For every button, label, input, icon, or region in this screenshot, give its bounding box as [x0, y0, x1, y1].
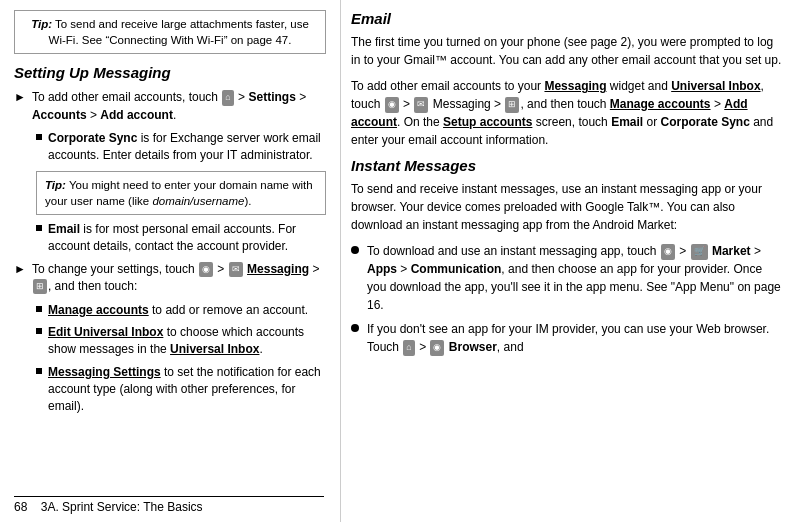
universal-inbox-label: Universal Inbox — [170, 342, 259, 356]
corporate-sync-label: Corporate Sync — [48, 131, 137, 145]
home-icon-1: ⌂ — [222, 90, 233, 105]
email-para1: The first time you turned on your phone … — [351, 33, 784, 69]
square-bullet-4 — [36, 328, 42, 334]
circle-bullet-1: To download and use an instant messaging… — [351, 242, 784, 314]
circle-bullet-2: If you don't see an app for your IM prov… — [351, 320, 784, 356]
page-number: 68 — [14, 500, 27, 514]
setup-accounts-ref: Setup accounts — [443, 115, 532, 129]
circle-dot-2 — [351, 324, 359, 332]
grid-icon-2: ⊞ — [505, 97, 519, 113]
circle2-content: If you don't see an app for your IM prov… — [367, 320, 784, 356]
universal-inbox-content: Edit Universal Inbox to choose which acc… — [48, 324, 326, 359]
email-ref: Email — [611, 115, 643, 129]
tip-box-top: Tip: To send and receive large attachmen… — [14, 10, 326, 54]
market-label: Market — [712, 244, 751, 258]
corporate-sync-content: Corporate Sync is for Exchange server wo… — [48, 130, 326, 165]
arrow-icon-2: ► — [14, 262, 26, 276]
square-bullet-5 — [36, 368, 42, 374]
sub-item-manage: Manage accounts to add or remove an acco… — [36, 302, 326, 319]
msg-icon-2: ✉ — [414, 97, 428, 113]
manage-accounts-ref: Manage accounts — [610, 97, 711, 111]
settings-label: Settings — [248, 90, 295, 104]
corporate-sync-ref: Corporate Sync — [660, 115, 749, 129]
add-account-label: Add account — [100, 108, 173, 122]
msg-icon: ✉ — [229, 262, 243, 277]
accounts-label: Accounts — [32, 108, 87, 122]
tip-label-top: Tip: — [31, 18, 52, 30]
communication-label: Communication — [411, 262, 502, 276]
bullet-item-2: ► To change your settings, touch ◉ > ✉ M… — [14, 261, 326, 296]
messaging-widget-label: Messaging — [544, 79, 606, 93]
grid-icon: ⊞ — [33, 279, 47, 294]
email-sub-content: Email is for most personal email account… — [48, 221, 326, 256]
bullet1-content: To add other email accounts, touch ⌂ > S… — [32, 89, 326, 124]
bullet-item-1: ► To add other email accounts, touch ⌂ >… — [14, 89, 326, 124]
left-section-heading: Setting Up Messaging — [14, 64, 326, 81]
universal-inbox-ref: Universal Inbox — [671, 79, 760, 93]
tip-text-top: To send and receive large attachments fa… — [49, 18, 309, 46]
messaging-settings-content: Messaging Settings to set the notificati… — [48, 364, 326, 416]
market-icon: 🛒 — [691, 244, 708, 260]
circle-icon-2: ◉ — [385, 97, 399, 113]
email-label: Email — [48, 222, 80, 236]
circle-icon-3: ◉ — [661, 244, 675, 260]
email-heading: Email — [351, 10, 784, 27]
apps-label: Apps — [367, 262, 397, 276]
sub-item-universal-inbox: Edit Universal Inbox to choose which acc… — [36, 324, 326, 359]
circle-dot-1 — [351, 246, 359, 254]
sub-item-email: Email is for most personal email account… — [36, 221, 326, 256]
right-column: Email The first time you turned on your … — [340, 0, 802, 522]
square-bullet-1 — [36, 134, 42, 140]
messaging-label: Messaging — [247, 262, 309, 276]
section-label: 3A. Sprint Service: The Basics — [41, 500, 203, 514]
tip-text-inner: You might need to enter your domain name… — [45, 179, 313, 207]
square-bullet-3 — [36, 306, 42, 312]
circle1-content: To download and use an instant messaging… — [367, 242, 784, 314]
manage-accounts-label: Manage accounts — [48, 303, 149, 317]
home-icon-2: ⌂ — [403, 340, 414, 356]
instant-messages-para: To send and receive instant messages, us… — [351, 180, 784, 234]
arrow-icon-1: ► — [14, 90, 26, 104]
sub-item-messaging-settings: Messaging Settings to set the notificati… — [36, 364, 326, 416]
instant-messages-heading: Instant Messages — [351, 157, 784, 174]
square-bullet-2 — [36, 225, 42, 231]
messaging-settings-label: Messaging Settings — [48, 365, 161, 379]
bullet2-content: To change your settings, touch ◉ > ✉ Mes… — [32, 261, 326, 296]
tip-box-inner: Tip: You might need to enter your domain… — [36, 171, 326, 215]
tip-label-inner: Tip: — [45, 179, 66, 191]
email-para2: To add other email accounts to your Mess… — [351, 77, 784, 149]
manage-content: Manage accounts to add or remove an acco… — [48, 302, 326, 319]
sub-item-corporate-sync: Corporate Sync is for Exchange server wo… — [36, 130, 326, 165]
footer: 68 3A. Sprint Service: The Basics — [14, 496, 324, 514]
edit-universal-label: Edit Universal Inbox — [48, 325, 163, 339]
browser-label: Browser — [449, 340, 497, 354]
circle-icon-1: ◉ — [199, 262, 213, 277]
browser-icon: ◉ — [430, 340, 444, 356]
